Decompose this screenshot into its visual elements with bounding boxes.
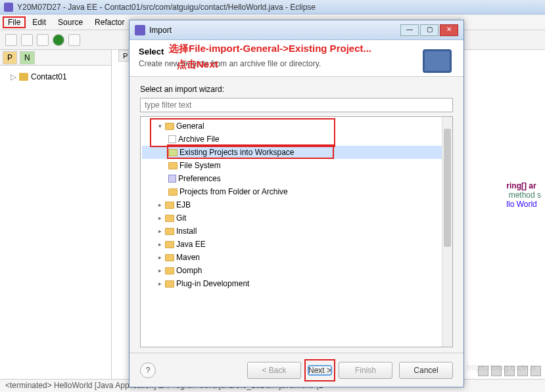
tree-label: Install [176, 227, 197, 236]
menu-file[interactable]: File [3, 16, 26, 28]
folder-icon [19, 73, 28, 81]
sidebar-tabs: P N [0, 50, 111, 66]
tb-run[interactable] [53, 34, 64, 46]
wizard-tree[interactable]: ▾ General Archive File Existing Projects… [140, 116, 453, 347]
tree-javaee[interactable]: ▸Java EE [142, 238, 451, 251]
folder-icon [165, 241, 174, 248]
scroll-thumb[interactable] [444, 129, 451, 247]
folder-icon [165, 228, 174, 235]
import-dialog: Import — ▢ ✕ Select Create new projects … [129, 20, 464, 387]
folder-icon [165, 202, 174, 209]
tree-label: General [176, 121, 204, 131]
bi-4[interactable] [517, 366, 528, 376]
bi-5[interactable] [531, 366, 541, 376]
tree-existing-projects[interactable]: Existing Projects into Workspace [142, 146, 451, 159]
filter-input[interactable] [140, 98, 453, 112]
bottom-toolbar [478, 366, 541, 376]
dialog-title: Import [149, 26, 172, 35]
folder-icon [165, 254, 174, 261]
tb-debug[interactable] [68, 34, 80, 46]
help-button[interactable]: ? [140, 362, 156, 378]
tree-label: Plug-in Development [176, 279, 249, 288]
expand-icon[interactable]: ▸ [156, 254, 163, 261]
window-title-bar: Y20M07D27 - Java EE - Contact01/src/com/… [0, 0, 545, 14]
window-title: Y20M07D27 - Java EE - Contact01/src/com/… [17, 3, 316, 12]
project-icon [168, 149, 178, 156]
tree-label: Oomph [176, 266, 202, 275]
menu-refactor[interactable]: Refactor [89, 16, 130, 28]
tree-git[interactable]: ▸Git [142, 211, 451, 225]
dialog-header: Select Create new projects from an archi… [130, 40, 463, 77]
expand-icon[interactable]: ▸ [156, 228, 163, 234]
header-title: Select [139, 47, 454, 56]
tree-label: File System [179, 161, 221, 170]
dialog-title-bar[interactable]: Import — ▢ ✕ [130, 20, 463, 40]
next-button[interactable]: Next > [308, 365, 332, 376]
preferences-icon [168, 175, 176, 183]
back-button[interactable]: < Back [247, 362, 301, 379]
tree-ejb[interactable]: ▸EJB [142, 198, 451, 211]
file-icon [168, 135, 176, 143]
next-button-wrap: Next > [308, 362, 332, 378]
menu-source[interactable]: Source [53, 16, 88, 28]
tree-file-system[interactable]: File System [142, 159, 451, 172]
tree-label: EJB [176, 200, 191, 209]
folder-icon [165, 267, 174, 274]
tb-save[interactable] [21, 34, 33, 46]
tree-maven[interactable]: ▸Maven [142, 251, 451, 264]
code-frag-1: ring[] ar [506, 181, 541, 190]
tab-n[interactable]: N [20, 51, 35, 64]
project-label: Contact01 [31, 72, 67, 81]
expand-icon[interactable]: ▸ [156, 215, 163, 221]
tree-label: Projects from Folder or Archive [179, 187, 288, 196]
tree-oomph[interactable]: ▸Oomph [142, 264, 451, 277]
tree-label: Existing Projects into Workspace [179, 148, 295, 157]
tree-label: Archive File [178, 135, 220, 144]
tree-label: Preferences [178, 174, 221, 183]
bi-3[interactable] [504, 366, 515, 376]
bi-2[interactable] [491, 366, 502, 376]
minimize-button[interactable]: — [400, 24, 419, 36]
import-graphic-icon [423, 49, 452, 73]
tree-archive-file[interactable]: Archive File [142, 133, 451, 146]
menu-edit[interactable]: Edit [27, 16, 51, 28]
folder-icon [165, 215, 174, 222]
finish-button[interactable]: Finish [339, 362, 392, 379]
tree-label: Java EE [176, 240, 206, 249]
expand-icon[interactable]: ▸ [156, 202, 163, 208]
code-frag-2: method s [506, 190, 541, 200]
dialog-body: Select an import wizard: ▾ General Archi… [130, 77, 463, 353]
tree-install[interactable]: ▸Install [142, 225, 451, 238]
tree-plugin[interactable]: ▸Plug-in Development [142, 277, 451, 290]
expand-icon[interactable]: ▾ [156, 123, 163, 129]
tree-label: Maven [176, 253, 200, 262]
maximize-button[interactable]: ▢ [420, 24, 438, 36]
cancel-button[interactable]: Cancel [399, 362, 453, 379]
folder-icon [168, 188, 178, 196]
code-frag-3: llo World [506, 200, 541, 209]
dialog-footer: ? < Back Next > Finish Cancel [130, 353, 463, 387]
dialog-icon [135, 25, 145, 35]
tree-general[interactable]: ▾ General [142, 120, 451, 133]
eclipse-icon [4, 3, 13, 12]
wizard-label: Select an import wizard: [140, 85, 453, 94]
folder-icon [165, 280, 174, 288]
tab-p[interactable]: P [3, 51, 17, 64]
project-explorer: P N ▷ Contact01 [0, 50, 112, 392]
sidebar-body: ▷ Contact01 [0, 66, 111, 392]
bi-1[interactable] [478, 366, 488, 376]
expand-icon[interactable]: ▸ [156, 241, 163, 248]
tree-scrollbar[interactable] [442, 117, 452, 347]
close-button[interactable]: ✕ [440, 24, 458, 36]
tree-projects-folder[interactable]: Projects from Folder or Archive [142, 185, 451, 198]
expand-icon[interactable]: ▸ [156, 280, 163, 287]
folder-icon [168, 162, 178, 169]
header-desc: Create new projects from an archive file… [139, 59, 454, 68]
expand-icon[interactable]: ▸ [156, 267, 163, 274]
tree-label: Git [176, 213, 186, 223]
project-node[interactable]: ▷ Contact01 [4, 71, 107, 83]
folder-icon [165, 123, 174, 130]
tb-open[interactable] [37, 34, 49, 46]
tree-preferences[interactable]: Preferences [142, 172, 451, 185]
tb-new[interactable] [5, 34, 17, 46]
